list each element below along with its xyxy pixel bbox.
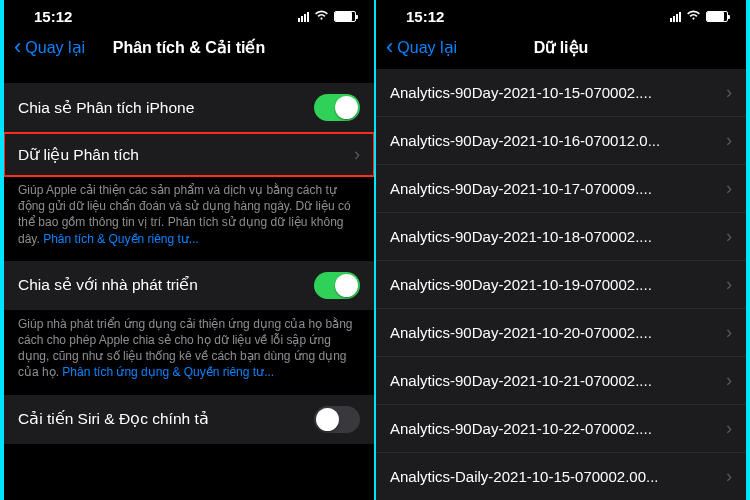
chevron-right-icon: › (726, 466, 732, 487)
status-bar: 15:12 (4, 0, 374, 29)
file-name: Analytics-90Day-2021-10-17-070009.... (390, 180, 718, 197)
chevron-right-icon: › (726, 322, 732, 343)
file-name: Analytics-Daily-2021-10-15-070002.00... (390, 468, 718, 485)
nav-bar: ‹ Quay lại Dữ liệu (376, 29, 746, 69)
file-name: Analytics-90Day-2021-10-22-070002.... (390, 420, 718, 437)
toggle-share-developer[interactable] (314, 272, 360, 299)
list-item[interactable]: Analytics-Daily-2021-10-15-070002.00...› (376, 453, 746, 500)
nav-bar: ‹ Quay lại Phân tích & Cải tiến (4, 29, 374, 69)
wifi-icon (686, 9, 701, 24)
row-share-iphone-analytics[interactable]: Chia sẻ Phân tích iPhone (4, 83, 374, 133)
status-bar: 15:12 (376, 0, 746, 29)
footer-developer: Giúp nhà phát triển ứng dụng cải thiện ứ… (4, 310, 374, 381)
group-analytics: Chia sẻ Phân tích iPhone Dữ liệu Phân tí… (4, 83, 374, 176)
back-button[interactable]: ‹ Quay lại (386, 36, 457, 58)
battery-icon (334, 11, 356, 22)
cell-label: Cải tiến Siri & Đọc chính tả (18, 410, 314, 428)
link-analytics-privacy[interactable]: Phân tích & Quyền riêng tư... (43, 232, 199, 246)
back-label: Quay lại (397, 38, 457, 57)
wifi-icon (314, 9, 329, 24)
list-item[interactable]: Analytics-90Day-2021-10-18-070002....› (376, 213, 746, 261)
chevron-right-icon: › (726, 178, 732, 199)
phone-left: 15:12 ‹ Quay lại Phân tích & Cải tiến Ch… (4, 0, 374, 500)
chevron-right-icon: › (726, 418, 732, 439)
list-item[interactable]: Analytics-90Day-2021-10-21-070002....› (376, 357, 746, 405)
list-item[interactable]: Analytics-90Day-2021-10-19-070002....› (376, 261, 746, 309)
cell-label: Chia sẻ Phân tích iPhone (18, 99, 314, 117)
chevron-right-icon: › (354, 144, 360, 165)
group-siri: Cải tiến Siri & Đọc chính tả (4, 395, 374, 444)
status-indicators (670, 9, 728, 24)
list-item[interactable]: Analytics-90Day-2021-10-22-070002....› (376, 405, 746, 453)
file-name: Analytics-90Day-2021-10-21-070002.... (390, 372, 718, 389)
chevron-right-icon: › (726, 82, 732, 103)
cell-label: Chia sẻ với nhà phát triển (18, 276, 314, 294)
file-name: Analytics-90Day-2021-10-16-070012.0... (390, 132, 718, 149)
file-list[interactable]: Analytics-90Day-2021-10-15-070002....›An… (376, 69, 746, 500)
file-name: Analytics-90Day-2021-10-19-070002.... (390, 276, 718, 293)
file-name: Analytics-90Day-2021-10-15-070002.... (390, 84, 718, 101)
group-developer: Chia sẻ với nhà phát triển (4, 261, 374, 310)
chevron-right-icon: › (726, 370, 732, 391)
file-name: Analytics-90Day-2021-10-20-070002.... (390, 324, 718, 341)
link-app-analytics-privacy[interactable]: Phân tích ứng dụng & Quyền riêng tư... (62, 365, 274, 379)
row-analytics-data[interactable]: Dữ liệu Phân tích › (4, 133, 374, 176)
cell-label: Dữ liệu Phân tích (18, 146, 346, 164)
list-item[interactable]: Analytics-90Day-2021-10-17-070009....› (376, 165, 746, 213)
content: Chia sẻ Phân tích iPhone Dữ liệu Phân tí… (4, 69, 374, 500)
back-label: Quay lại (25, 38, 85, 57)
cellular-icon (298, 12, 309, 22)
toggle-share-iphone[interactable] (314, 94, 360, 121)
toggle-improve-siri[interactable] (314, 406, 360, 433)
file-name: Analytics-90Day-2021-10-18-070002.... (390, 228, 718, 245)
list-item[interactable]: Analytics-90Day-2021-10-15-070002....› (376, 69, 746, 117)
status-time: 15:12 (34, 8, 72, 25)
chevron-right-icon: › (726, 226, 732, 247)
cellular-icon (670, 12, 681, 22)
back-button[interactable]: ‹ Quay lại (14, 36, 85, 58)
footer-analytics: Giúp Apple cải thiện các sản phẩm và dịc… (4, 176, 374, 247)
list-item[interactable]: Analytics-90Day-2021-10-20-070002....› (376, 309, 746, 357)
chevron-right-icon: › (726, 274, 732, 295)
row-share-developer[interactable]: Chia sẻ với nhà phát triển (4, 261, 374, 310)
battery-icon (706, 11, 728, 22)
list-item[interactable]: Analytics-90Day-2021-10-16-070012.0...› (376, 117, 746, 165)
status-time: 15:12 (406, 8, 444, 25)
phone-right: 15:12 ‹ Quay lại Dữ liệu Analytics-90Day… (376, 0, 746, 500)
status-indicators (298, 9, 356, 24)
chevron-right-icon: › (726, 130, 732, 151)
row-improve-siri[interactable]: Cải tiến Siri & Đọc chính tả (4, 395, 374, 444)
chevron-left-icon: ‹ (14, 36, 21, 58)
chevron-left-icon: ‹ (386, 36, 393, 58)
